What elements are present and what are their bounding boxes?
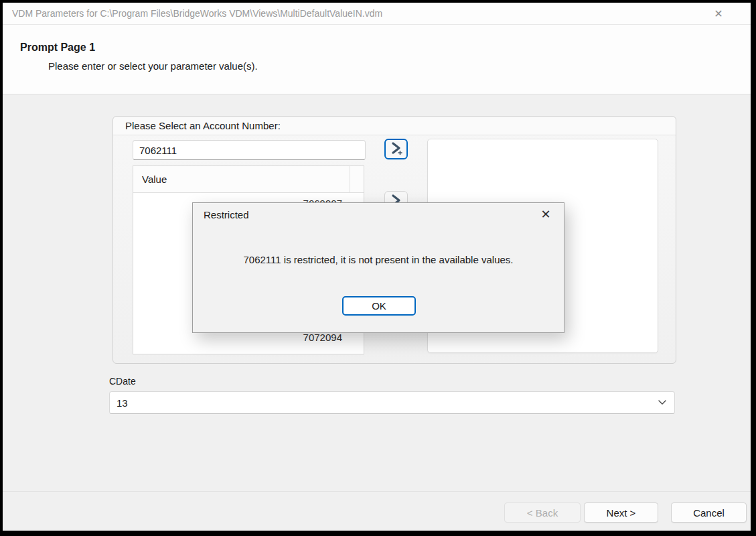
- page-subtitle: Please enter or select your parameter va…: [48, 60, 258, 72]
- cdate-dropdown[interactable]: 13: [109, 391, 675, 414]
- groupbox-title: Please Select an Account Number:: [113, 117, 676, 135]
- window-title: VDM Parameters for C:\Program Files\Brid…: [12, 8, 382, 19]
- footer-bar: < Back Next > Cancel: [3, 492, 751, 531]
- chevron-down-icon: [657, 397, 668, 409]
- back-button[interactable]: < Back: [504, 503, 581, 523]
- dialog-message: 7062111 is restricted, it is not present…: [193, 254, 564, 265]
- wizard-header: Prompt Page 1 Please enter or select you…: [3, 25, 751, 94]
- next-button[interactable]: Next >: [584, 503, 658, 523]
- title-bar: VDM Parameters for C:\Program Files\Brid…: [3, 3, 751, 25]
- cancel-button[interactable]: Cancel: [671, 503, 747, 523]
- cdate-label: CDate: [109, 376, 136, 387]
- cdate-selected-value: 13: [117, 397, 657, 409]
- vdm-parameters-window: VDM Parameters for C:\Program Files\Brid…: [3, 3, 751, 531]
- add-value-button[interactable]: [384, 139, 408, 159]
- window-close-icon[interactable]: ✕: [705, 3, 732, 24]
- account-number-input[interactable]: [133, 140, 366, 160]
- ok-button[interactable]: OK: [342, 296, 416, 316]
- arrow-right-plus-icon: [389, 141, 404, 158]
- restricted-dialog: Restricted ✕ 7062111 is restricted, it i…: [192, 202, 564, 333]
- value-column-header: Value: [142, 166, 167, 192]
- list-item[interactable]: 7072944: [133, 348, 350, 354]
- list-header-row: Value: [133, 166, 364, 193]
- page-title: Prompt Page 1: [20, 42, 95, 54]
- column-separator: [350, 166, 350, 193]
- dialog-close-icon[interactable]: ✕: [534, 204, 557, 224]
- dialog-title: Restricted: [204, 209, 249, 220]
